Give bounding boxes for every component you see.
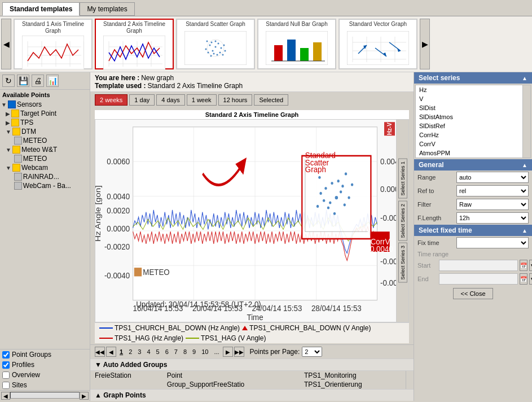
page-next[interactable]: ▶ bbox=[223, 347, 233, 357]
page-1[interactable]: 1 bbox=[117, 348, 125, 356]
tree-meteo-wt[interactable]: ▼ Meteo W&T bbox=[0, 145, 90, 154]
per-page-select[interactable]: 2 5 10 bbox=[302, 347, 322, 357]
select-series-header[interactable]: Select series ▲ bbox=[414, 72, 532, 84]
btn-selected[interactable]: Selected bbox=[254, 94, 288, 106]
page-8[interactable]: 8 bbox=[181, 348, 189, 356]
page-9[interactable]: 9 bbox=[190, 348, 198, 356]
start-down-btn[interactable]: ▼ bbox=[529, 260, 532, 271]
filter-select[interactable]: Raw Filtered bbox=[456, 199, 529, 210]
profiles-checkbox[interactable] bbox=[2, 361, 10, 369]
series-sldistatmos[interactable]: SlDistAtmos bbox=[416, 112, 522, 121]
btn-1day[interactable]: 1 day bbox=[129, 94, 155, 106]
tmpl-item-5[interactable]: Standard Vector Graph bbox=[338, 19, 417, 69]
overview-checkbox[interactable] bbox=[2, 372, 10, 379]
sites-checkbox[interactable] bbox=[2, 382, 10, 389]
page-3[interactable]: 3 bbox=[135, 348, 143, 356]
tree-rainrad[interactable]: RAINRAD... bbox=[0, 172, 90, 181]
fixed-time-header[interactable]: Select fixed time ▲ bbox=[414, 225, 532, 236]
tmpl-next[interactable]: ▶ bbox=[420, 19, 430, 69]
btn-2weeks[interactable]: 2 weeks bbox=[95, 94, 127, 106]
tree-arrow-mwt: ▼ bbox=[6, 147, 11, 153]
hscroll-right[interactable]: ▶ bbox=[80, 392, 89, 400]
series-hz[interactable]: Hz bbox=[416, 85, 522, 94]
series-corr-hz[interactable]: CorrHz bbox=[416, 130, 522, 139]
save-icon[interactable]: 💾 bbox=[17, 75, 29, 87]
start-cal-btn[interactable]: 📅 bbox=[520, 260, 527, 271]
print-icon[interactable]: 🖨 bbox=[32, 75, 44, 87]
tmpl-prev[interactable]: ◀ bbox=[1, 19, 11, 69]
general-header[interactable]: General ▲ bbox=[414, 159, 532, 171]
page-last[interactable]: ▶▶ bbox=[234, 347, 244, 357]
close-button[interactable]: << Close bbox=[453, 288, 493, 299]
btn-12hours[interactable]: 12 hours bbox=[218, 94, 253, 106]
svg-text:0.0040: 0.0040 bbox=[107, 191, 130, 201]
page-5[interactable]: 5 bbox=[154, 348, 162, 356]
range-select[interactable]: auto manual bbox=[456, 172, 529, 183]
tab-standard[interactable]: Standard templates bbox=[2, 2, 80, 16]
tree-target-point[interactable]: ▶ Target Point bbox=[0, 109, 90, 118]
select-series-tab-3[interactable]: Select Series 3 bbox=[398, 243, 407, 283]
tmpl-item-4[interactable]: Standard Null Bar Graph bbox=[257, 19, 336, 69]
hscroll-left[interactable]: ◀ bbox=[1, 392, 10, 400]
sites-item[interactable]: Sites bbox=[0, 380, 90, 390]
tree-meteo-1[interactable]: METEO bbox=[0, 136, 90, 145]
tree-sensors[interactable]: ▼ Sensors bbox=[0, 100, 90, 109]
tmpl-item-3[interactable]: Standard Scatter Graph bbox=[176, 19, 255, 69]
end-cal-btn[interactable]: 📅 bbox=[520, 273, 527, 285]
tree-webcam-ba[interactable]: WebCam - Ba... bbox=[0, 181, 90, 190]
graph-points[interactable]: ▲ Graph Points bbox=[90, 389, 414, 401]
end-input[interactable] bbox=[439, 273, 518, 285]
series-sldistref[interactable]: SlDistRef bbox=[416, 121, 522, 130]
btn-1week[interactable]: 1 week bbox=[187, 94, 217, 106]
tree-webcam[interactable]: ▼ Webcam bbox=[0, 163, 90, 172]
refto-select[interactable]: rel abs bbox=[456, 185, 529, 196]
page-2[interactable]: 2 bbox=[126, 348, 134, 356]
refresh-icon[interactable]: ↻ bbox=[2, 75, 15, 87]
svg-point-23 bbox=[221, 47, 222, 49]
end-down-btn[interactable]: ▼ bbox=[529, 273, 532, 285]
tab-my[interactable]: My templates bbox=[80, 2, 134, 16]
tree-label-mwt: Meteo W&T bbox=[21, 146, 57, 154]
svg-rect-17 bbox=[184, 31, 247, 65]
groups-header[interactable]: ▼ Auto Added Groups bbox=[90, 359, 414, 371]
chart-icon[interactable]: 📊 bbox=[46, 75, 59, 87]
svg-point-100 bbox=[333, 212, 336, 215]
series-corr-v[interactable]: CorrV bbox=[416, 139, 522, 148]
tmpl-item-1[interactable]: Standard 1 Axis Timeline Graph bbox=[14, 19, 93, 69]
page-7[interactable]: 7 bbox=[172, 348, 180, 356]
svg-text:0.0020: 0.0020 bbox=[107, 206, 130, 215]
tmpl-item-2[interactable]: Standard 2 Axis Timeline Graph bbox=[95, 19, 174, 69]
point-groups-item[interactable]: Point Groups bbox=[0, 349, 90, 360]
select-series-tab-1[interactable]: Select Series 1 bbox=[398, 159, 407, 199]
page-10[interactable]: 10 bbox=[199, 348, 210, 356]
tree-meteo-2[interactable]: METEO bbox=[0, 154, 90, 163]
select-series-tab-2[interactable]: Select Series 2 bbox=[398, 201, 407, 241]
page-ellipsis: ... bbox=[212, 348, 221, 356]
btn-4days[interactable]: 4 days bbox=[156, 94, 184, 106]
overview-item[interactable]: Overview bbox=[0, 370, 90, 380]
groups-scrollbar[interactable] bbox=[406, 371, 414, 389]
series-atmosppm[interactable]: AtmosPPM bbox=[416, 148, 522, 158]
start-input[interactable] bbox=[439, 260, 518, 271]
fix-time-select[interactable] bbox=[456, 237, 529, 248]
svg-point-98 bbox=[348, 196, 350, 199]
page-4[interactable]: 4 bbox=[144, 348, 152, 356]
overview-label: Overview bbox=[12, 371, 40, 379]
tree-tps[interactable]: ▶ TPS bbox=[0, 118, 90, 127]
flength-label: F.Length bbox=[417, 215, 454, 221]
series-scrollbar[interactable] bbox=[522, 85, 530, 158]
legend-label-1: TPS1_CHURCH_BAL_DOWN (Hz Angle) bbox=[115, 324, 240, 332]
chart-area[interactable]: 0.0060 0.0040 0.0020 0.0000 -0.0020 -0.0… bbox=[95, 119, 409, 322]
flength-select[interactable]: 12h 24h 6h bbox=[456, 212, 529, 224]
chart-wrapper: Standard 2 Axis Timeline Graph bbox=[95, 110, 409, 343]
point-groups-checkbox[interactable] bbox=[2, 351, 10, 359]
profiles-item[interactable]: Profiles bbox=[0, 360, 90, 370]
svg-text:0.0060: 0.0060 bbox=[107, 156, 130, 166]
tree-dtm[interactable]: ▼ DTM bbox=[0, 127, 90, 136]
page-6[interactable]: 6 bbox=[163, 348, 171, 356]
series-sldist[interactable]: SlDist bbox=[416, 103, 522, 112]
page-first[interactable]: ◀◀ bbox=[95, 347, 105, 357]
hscrollbar[interactable] bbox=[10, 392, 80, 399]
page-prev[interactable]: ◀ bbox=[106, 347, 116, 357]
series-v[interactable]: V bbox=[416, 94, 522, 103]
